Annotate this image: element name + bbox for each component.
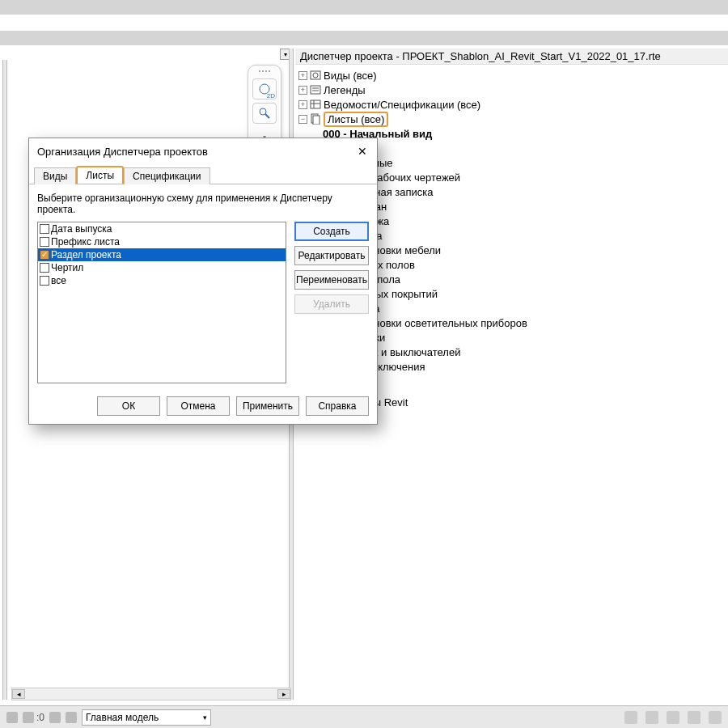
dialog-title: Организация Диспетчера проектов	[37, 146, 208, 158]
view-palette[interactable]: 2D ▾	[248, 65, 281, 146]
create-button[interactable]: Создать	[294, 222, 369, 241]
checkbox-checked-icon[interactable]	[40, 250, 49, 260]
status-icon-a[interactable]	[49, 712, 61, 723]
dialog-footer: ОК Отмена Применить Справка	[29, 388, 377, 424]
scheme-listbox[interactable]: Дата выпуска Префикс листа Раздел проект…	[37, 222, 286, 383]
edit-button[interactable]: Редактировать	[294, 246, 369, 265]
tree-label: Ведомости/Спецификации (все)	[324, 99, 480, 111]
palette-zoom-button[interactable]	[252, 103, 277, 124]
list-item[interactable]: Чертил	[38, 261, 286, 274]
checkbox-icon[interactable]	[40, 224, 49, 234]
svg-rect-9	[313, 116, 320, 125]
checkbox-icon[interactable]	[40, 263, 49, 273]
status-bar: :0 Главная модель ▾	[0, 705, 728, 728]
dialog-body: Выберите организационную схему для приме…	[29, 184, 377, 388]
svg-point-11	[260, 108, 266, 115]
status-right-icons	[624, 711, 722, 724]
scroll-right-icon[interactable]: ▸	[277, 689, 290, 699]
list-item-label: Раздел проекта	[51, 249, 121, 260]
help-button[interactable]: Справка	[306, 396, 369, 416]
expand-icon[interactable]: +	[298, 71, 307, 80]
views-icon	[310, 70, 321, 81]
tree-node-views[interactable]: + Виды (все)	[298, 68, 728, 83]
toolbar-strip-top	[0, 0, 728, 15]
tree-node-schedules[interactable]: + Ведомости/Спецификации (все)	[298, 97, 728, 112]
status-tool-icon[interactable]	[645, 711, 658, 724]
tab-views[interactable]: Виды	[34, 167, 76, 184]
close-icon[interactable]: ✕	[356, 145, 369, 158]
dialog-instruction: Выберите организационную схему для приме…	[37, 193, 369, 215]
tree-label: Листы (все)	[324, 112, 388, 127]
list-item-label: Чертил	[51, 262, 83, 273]
dialog-button-column: Создать Редактировать Переименовать Удал…	[294, 222, 369, 383]
palette-grip-icon[interactable]	[256, 70, 273, 75]
sheets-icon	[310, 113, 321, 125]
svg-point-1	[313, 73, 318, 78]
tree-label: Легенды	[324, 84, 366, 96]
workset-dropdown[interactable]: Главная модель ▾	[82, 709, 211, 726]
palette-cube-button[interactable]: 2D	[252, 78, 277, 99]
palette-2d-label: 2D	[267, 92, 275, 99]
dialog-titlebar[interactable]: Организация Диспетчера проектов ✕	[29, 138, 377, 163]
list-item[interactable]: все	[38, 274, 286, 287]
status-filter-count: :0	[36, 712, 44, 723]
tree-node-sheets[interactable]: − Листы (все)	[298, 112, 728, 126]
list-item[interactable]: Дата выпуска	[38, 222, 286, 235]
list-item-label: Дата выпуска	[51, 223, 112, 235]
tree-node-legends[interactable]: + Легенды	[298, 83, 728, 97]
status-tool-icon[interactable]	[709, 711, 722, 724]
status-icon-b[interactable]	[66, 712, 77, 723]
legends-icon	[310, 84, 321, 95]
workset-dropdown-label: Главная модель	[86, 712, 159, 723]
filter-icon	[23, 712, 34, 723]
ok-button[interactable]: ОК	[97, 396, 160, 416]
toolbar-strip-second	[0, 31, 728, 45]
checkbox-icon[interactable]	[40, 237, 49, 247]
status-select-icon[interactable]	[6, 712, 18, 723]
scroll-left-icon[interactable]: ◂	[12, 689, 25, 699]
status-filter[interactable]: :0	[23, 712, 44, 723]
project-browser-title: Диспетчер проекта - ПРОЕКТ_Shablon_AI_Re…	[295, 49, 728, 65]
status-tool-icon[interactable]	[667, 711, 679, 724]
browser-organization-dialog: Организация Диспетчера проектов ✕ Виды Л…	[28, 138, 378, 425]
list-item[interactable]: Префикс листа	[38, 235, 286, 248]
status-tool-icon[interactable]	[688, 711, 700, 724]
svg-line-12	[265, 114, 269, 118]
svg-rect-5	[311, 100, 320, 108]
expand-icon[interactable]: +	[298, 86, 307, 95]
schedules-icon	[310, 99, 321, 110]
tab-schedules[interactable]: Спецификации	[124, 167, 210, 184]
list-item-label: все	[51, 275, 66, 286]
rename-button[interactable]: Переименовать	[294, 270, 369, 290]
tree-label: Виды (все)	[324, 70, 377, 82]
cancel-button[interactable]: Отмена	[167, 396, 230, 416]
horizontal-scrollbar[interactable]: ◂ ▸	[11, 688, 291, 700]
svg-rect-2	[311, 86, 320, 94]
dialog-tabs: Виды Листы Спецификации	[29, 166, 377, 184]
list-item-label: Префикс листа	[51, 236, 120, 248]
checkbox-icon[interactable]	[40, 276, 49, 286]
tab-sheets[interactable]: Листы	[76, 166, 124, 184]
panel-splitter-left[interactable]	[2, 60, 7, 700]
status-tool-icon[interactable]	[624, 711, 637, 724]
list-item[interactable]: Раздел проекта	[38, 248, 286, 261]
delete-button: Удалить	[294, 294, 369, 314]
expand-icon[interactable]: +	[298, 100, 307, 109]
chevron-down-icon: ▾	[203, 713, 207, 722]
apply-button[interactable]: Применить	[236, 396, 299, 416]
collapse-icon[interactable]: −	[298, 115, 307, 124]
